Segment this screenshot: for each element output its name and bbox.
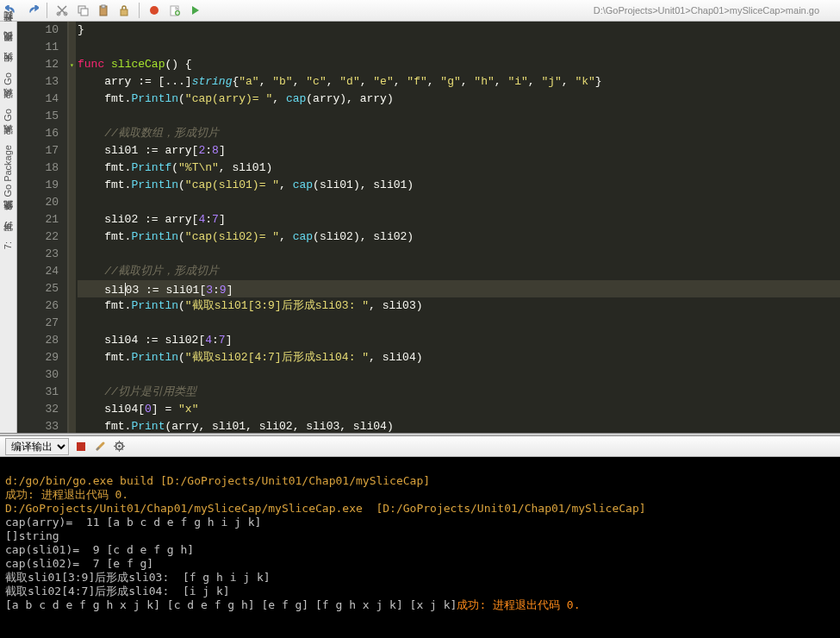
side-tab-go-test[interactable]: 4: Go 测试 (0, 103, 16, 135)
paste-icon[interactable] (96, 3, 111, 18)
settings-gear-icon[interactable] (112, 440, 126, 453)
line-gutter: 1011121314151617181920212223242526272829… (17, 22, 69, 433)
breadcrumb: D:\GoProjects>Unit01>Chap01>mySliceCap>m… (594, 5, 819, 16)
side-tab-go-pkg-test[interactable]: 5: Go Package 测试 (0, 139, 16, 211)
output-toolbar: 编译输出 (0, 436, 840, 457)
svg-rect-5 (102, 5, 105, 8)
fold-marker-icon[interactable]: ▾ (70, 61, 75, 66)
side-tab-spell[interactable]: 7: 拼写 (0, 235, 16, 253)
output-mode-select[interactable]: 编译输出 (5, 438, 69, 455)
fold-column: ▾ (69, 22, 76, 433)
redo-icon[interactable] (24, 3, 40, 18)
code-body[interactable]: }func sliceCap() { arry := [...]string{"… (78, 22, 840, 433)
toolbar-separator (47, 3, 47, 18)
record-icon[interactable] (146, 3, 162, 18)
toolbar-separator (139, 3, 140, 18)
svg-point-12 (118, 445, 121, 447)
add-file-icon[interactable] (167, 3, 183, 18)
cut-icon[interactable] (54, 3, 70, 18)
side-tab-go-outline[interactable]: 3: Go 大纲 (0, 66, 16, 99)
output-console[interactable]: d:/go/bin/go.exe build [D:/GoProjects/Un… (0, 457, 840, 638)
svg-rect-10 (77, 442, 85, 451)
side-tab-strip: 1: 打开文档 2: 类视图 3: Go 大纲 4: Go 测试 5: Go P… (0, 22, 17, 433)
lock-icon[interactable] (116, 3, 132, 18)
side-tab-class-view[interactable]: 2: 类视图 (0, 46, 16, 63)
run-icon[interactable] (188, 3, 203, 18)
undo-icon[interactable] (3, 3, 19, 18)
side-tab-open-docs[interactable]: 1: 打开文档 (0, 25, 16, 42)
side-tab-filesystem[interactable]: 6: 文件系统 (0, 215, 16, 232)
stop-icon[interactable] (74, 440, 88, 453)
top-toolbar: D:\GoProjects>Unit01>Chap01>mySliceCap>m… (0, 0, 840, 22)
svg-rect-3 (81, 9, 88, 16)
code-editor[interactable]: 1011121314151617181920212223242526272829… (17, 22, 840, 433)
clear-output-icon[interactable] (93, 440, 107, 453)
svg-point-7 (150, 6, 159, 15)
svg-rect-6 (121, 9, 128, 16)
copy-icon[interactable] (75, 3, 90, 18)
